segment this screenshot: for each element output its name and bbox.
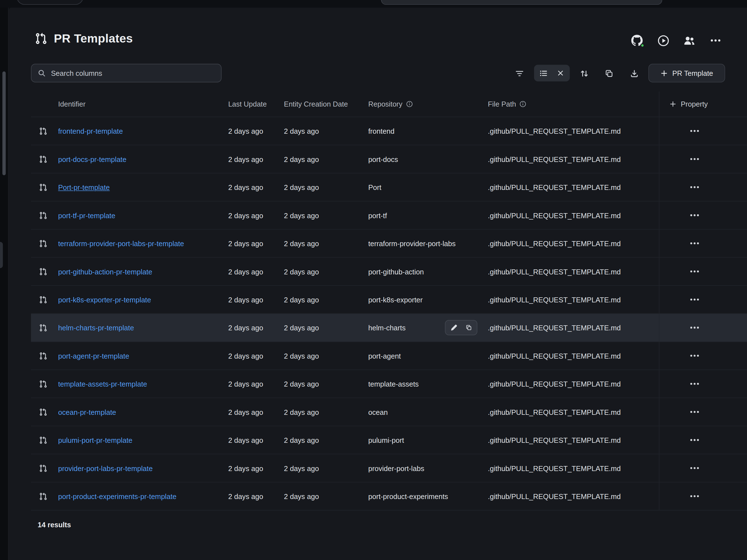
row-more-button[interactable] xyxy=(687,208,702,222)
add-property-button[interactable]: Property xyxy=(659,91,747,117)
last-update-cell: 2 days ago xyxy=(228,239,284,247)
add-pr-template-button[interactable]: PR Template xyxy=(648,64,725,82)
row-more-button[interactable] xyxy=(687,152,702,166)
table-row[interactable]: port-github-action-pr-template 2 days ag… xyxy=(31,258,747,286)
row-more-button[interactable] xyxy=(687,377,702,391)
identifier-link[interactable]: helm-charts-pr-template xyxy=(58,324,134,332)
row-more-button[interactable] xyxy=(687,349,702,363)
table-row[interactable]: ocean-pr-template 2 days ago 2 days ago … xyxy=(31,398,747,426)
repository-cell: port-agent xyxy=(368,352,401,360)
github-button[interactable] xyxy=(631,34,643,47)
pull-request-icon xyxy=(31,380,58,388)
table-row[interactable]: terraform-provider-port-labs-pr-template… xyxy=(31,230,747,258)
info-icon[interactable] xyxy=(519,100,526,108)
edit-button[interactable] xyxy=(447,322,461,334)
identifier-link[interactable]: port-product-experiments-pr-template xyxy=(58,492,177,500)
last-update-cell: 2 days ago xyxy=(228,352,284,360)
identifier-link[interactable]: port-tf-pr-template xyxy=(58,211,115,219)
copy-table-button[interactable] xyxy=(602,67,616,79)
identifier-link[interactable]: port-docs-pr-template xyxy=(58,155,126,163)
filter-icon xyxy=(515,69,524,78)
entity-creation-date-cell: 2 days ago xyxy=(284,436,368,444)
file-path-cell: .github/PULL_REQUEST_TEMPLATE.md xyxy=(488,127,659,135)
row-more-button[interactable] xyxy=(687,461,702,475)
identifier-link[interactable]: ocean-pr-template xyxy=(58,408,116,416)
identifier-link[interactable]: Port-pr-template xyxy=(58,183,110,191)
row-more-button[interactable] xyxy=(687,321,702,335)
last-update-cell: 2 days ago xyxy=(228,492,284,500)
table-row[interactable]: provider-port-labs-pr-template 2 days ag… xyxy=(31,454,747,482)
table-row[interactable]: helm-charts-pr-template 2 days ago 2 day… xyxy=(31,314,747,342)
row-more-button[interactable] xyxy=(687,489,702,503)
column-header-entity-creation-date[interactable]: Entity Creation Date xyxy=(284,100,368,108)
download-icon xyxy=(629,69,639,78)
identifier-link[interactable]: port-github-action-pr-template xyxy=(58,267,152,275)
repository-cell: helm-charts xyxy=(368,324,405,332)
row-more-button[interactable] xyxy=(687,124,702,138)
row-more-button[interactable] xyxy=(687,180,702,194)
filter-button[interactable] xyxy=(513,67,526,79)
identifier-link[interactable]: template-assets-pr-template xyxy=(58,380,147,388)
column-header-repository[interactable]: Repository xyxy=(368,100,488,108)
pull-request-icon xyxy=(31,183,58,191)
identifier-link[interactable]: frontend-pr-template xyxy=(58,127,123,135)
table-row[interactable]: pulumi-port-pr-template 2 days ago 2 day… xyxy=(31,426,747,454)
row-more-button[interactable] xyxy=(687,264,702,278)
sort-icon xyxy=(579,69,588,78)
repository-cell: Port xyxy=(368,183,381,191)
more-options-button[interactable] xyxy=(709,34,722,47)
search-icon xyxy=(38,69,46,77)
table-row[interactable]: port-k8s-exporter-pr-template 2 days ago… xyxy=(31,286,747,314)
file-path-cell: .github/PULL_REQUEST_TEMPLATE.md xyxy=(488,239,659,247)
file-path-cell: .github/PULL_REQUEST_TEMPLATE.md xyxy=(488,408,659,416)
row-more-button[interactable] xyxy=(687,433,702,447)
sort-button[interactable] xyxy=(577,67,591,79)
last-update-cell: 2 days ago xyxy=(228,127,284,135)
table-row[interactable]: Port-pr-template 2 days ago 2 days ago P… xyxy=(31,174,747,202)
table-row[interactable]: port-agent-pr-template 2 days ago 2 days… xyxy=(31,342,747,370)
row-more-button[interactable] xyxy=(687,292,702,306)
file-path-cell: .github/PULL_REQUEST_TEMPLATE.md xyxy=(488,183,659,191)
identifier-link[interactable]: terraform-provider-port-labs-pr-template xyxy=(58,239,184,247)
repository-cell: frontend xyxy=(368,127,394,135)
identifier-link[interactable]: provider-port-labs-pr-template xyxy=(58,464,153,472)
table-row[interactable]: template-assets-pr-template 2 days ago 2… xyxy=(31,370,747,398)
search-columns-box[interactable] xyxy=(31,64,222,82)
page-header: PR Templates xyxy=(35,31,133,45)
column-header-file-path[interactable]: File Path xyxy=(488,100,659,108)
pull-request-icon xyxy=(31,267,58,275)
inline-actions xyxy=(445,320,477,335)
file-path-cell: .github/PULL_REQUEST_TEMPLATE.md xyxy=(488,267,659,275)
identifier-link[interactable]: pulumi-port-pr-template xyxy=(58,436,132,444)
repository-cell: pulumi-port xyxy=(368,436,404,444)
identifier-link[interactable]: port-agent-pr-template xyxy=(58,352,129,360)
play-button[interactable] xyxy=(657,34,669,47)
entity-creation-date-cell: 2 days ago xyxy=(284,380,368,388)
column-header-identifier[interactable]: Identifier xyxy=(58,100,228,108)
pull-request-icon xyxy=(31,127,58,135)
table-row[interactable]: port-docs-pr-template 2 days ago 2 days … xyxy=(31,145,747,173)
pull-request-icon xyxy=(31,295,58,303)
add-pr-template-label: PR Template xyxy=(672,69,713,77)
row-more-button[interactable] xyxy=(687,236,702,250)
info-icon[interactable] xyxy=(406,100,413,108)
row-more-button[interactable] xyxy=(687,405,702,419)
topbar-button[interactable] xyxy=(17,0,83,5)
file-path-cell: .github/PULL_REQUEST_TEMPLATE.md xyxy=(488,155,659,163)
users-button[interactable] xyxy=(683,34,696,47)
copy-icon xyxy=(604,69,613,78)
table-row[interactable]: port-product-experiments-pr-template 2 d… xyxy=(31,482,747,510)
last-update-cell: 2 days ago xyxy=(228,267,284,275)
copy-value-button[interactable] xyxy=(462,322,475,334)
identifier-link[interactable]: port-k8s-exporter-pr-template xyxy=(58,295,151,303)
clear-grouping-button[interactable] xyxy=(553,66,567,80)
file-path-cell: .github/PULL_REQUEST_TEMPLATE.md xyxy=(488,324,659,332)
search-columns-input[interactable] xyxy=(51,69,215,77)
download-button[interactable] xyxy=(627,67,641,79)
scrollbar-thumb[interactable] xyxy=(2,71,6,175)
global-search-bar[interactable] xyxy=(381,0,662,5)
table-row[interactable]: frontend-pr-template 2 days ago 2 days a… xyxy=(31,117,747,145)
table-row[interactable]: port-tf-pr-template 2 days ago 2 days ag… xyxy=(31,202,747,230)
group-list-button[interactable] xyxy=(536,66,550,80)
column-header-last-update[interactable]: Last Update xyxy=(228,100,284,108)
